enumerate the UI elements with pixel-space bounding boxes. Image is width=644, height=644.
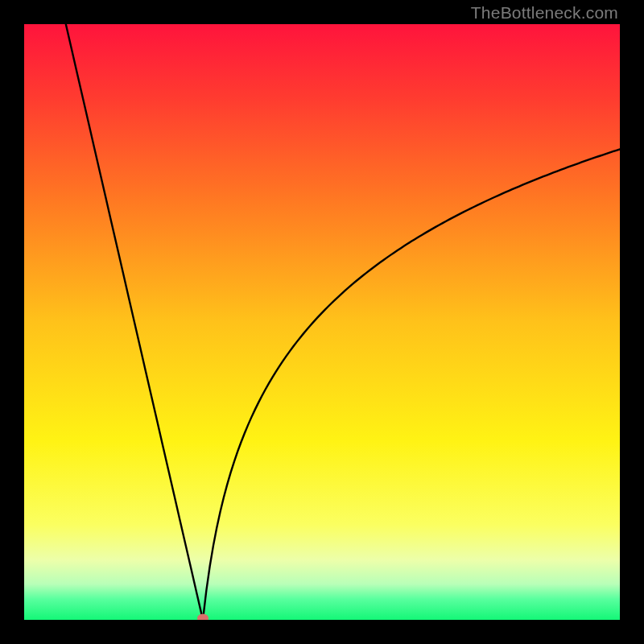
chart-frame: TheBottleneck.com <box>0 0 644 644</box>
attribution-label: TheBottleneck.com <box>471 3 618 23</box>
plot-area <box>24 24 620 620</box>
gradient-background <box>24 24 620 620</box>
bottleneck-chart <box>24 24 620 620</box>
